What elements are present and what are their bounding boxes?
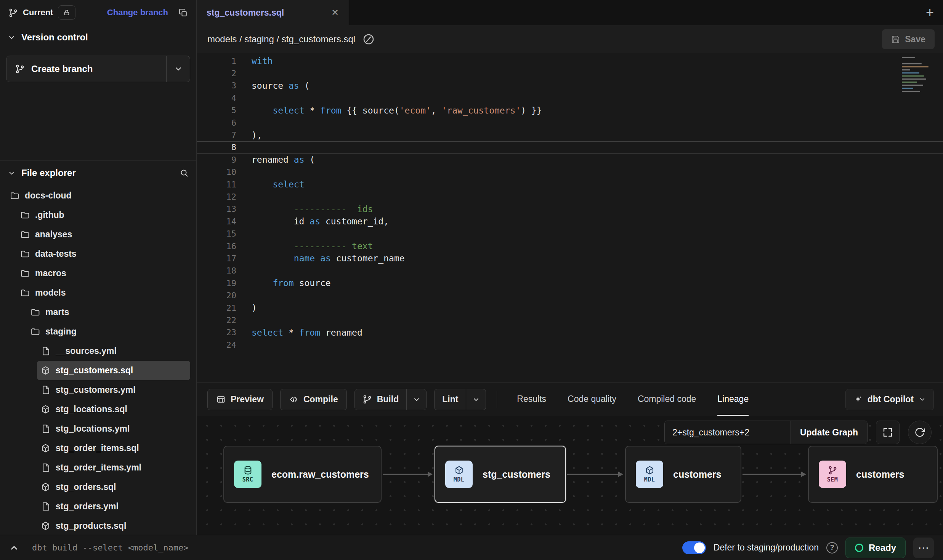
code-line[interactable]: 24 (197, 339, 943, 351)
build-dropdown[interactable] (406, 389, 426, 410)
code-line[interactable]: 9renamed as ( (197, 154, 943, 166)
branch-readonly-lock-icon (58, 5, 75, 20)
tree-item-stg-locations-sql[interactable]: stg_locations.sql (37, 400, 190, 419)
dbt-command-input[interactable] (32, 543, 322, 552)
panel-tab-results[interactable]: Results (517, 383, 546, 416)
code-line[interactable]: 10 (197, 166, 943, 178)
dbt-copilot-button[interactable]: dbt Copilot (845, 389, 934, 410)
tab-stg-customers-sql[interactable]: stg_customers.sql ✕ (197, 0, 349, 25)
line-number: 20 (197, 291, 236, 300)
lint-button[interactable]: Lint (435, 389, 466, 410)
fullscreen-button[interactable] (876, 421, 900, 444)
line-number: 12 (197, 192, 236, 202)
tree-item-data-tests[interactable]: data-tests (16, 244, 190, 264)
defer-toggle[interactable] (682, 541, 706, 554)
git-branch-icon (362, 395, 372, 404)
tree-item-marts[interactable]: marts (27, 302, 190, 322)
code-line[interactable]: 5 select * from {{ source('ecom', 'raw_c… (197, 104, 943, 117)
folder-icon (20, 269, 30, 278)
database-badge-icon: SRC (234, 461, 261, 488)
code-line[interactable]: 18 (197, 265, 943, 277)
file-label: stg_products.sql (56, 521, 126, 531)
tree-item-stg-orders-yml[interactable]: stg_orders.yml (37, 497, 190, 516)
code-line[interactable]: 6 (197, 117, 943, 129)
file-explorer-header[interactable]: File explorer (0, 161, 196, 185)
code-line[interactable]: 11 select (197, 178, 943, 190)
tree-item-stg-locations-yml[interactable]: stg_locations.yml (37, 419, 190, 438)
lineage-panel[interactable]: SRCecom.raw_customersMDLstg_customersMDL… (197, 416, 943, 535)
code-line[interactable]: 4 (197, 92, 943, 104)
refresh-button[interactable] (908, 421, 932, 444)
defer-label: Defer to staging/production (714, 542, 819, 553)
more-options-button[interactable]: ⋯ (913, 538, 934, 558)
update-graph-button[interactable]: Update Graph (791, 421, 867, 444)
lineage-node-stg-customers[interactable]: MDLstg_customers (435, 446, 566, 503)
code-line[interactable]: 16 ---------- text (197, 240, 943, 252)
panel-tab-lineage[interactable]: Lineage (717, 383, 749, 416)
code-line[interactable]: 13 ---------- ids (197, 203, 943, 215)
change-branch-link[interactable]: Change branch (107, 8, 168, 18)
ready-status-badge[interactable]: Ready (845, 538, 906, 558)
tree-item-docs-cloud[interactable]: docs-cloud (6, 186, 190, 205)
code-editor[interactable]: 1with23source as (45 select * from {{ so… (197, 53, 943, 382)
code-line[interactable]: 21) (197, 302, 943, 314)
tree-item--github[interactable]: .github (16, 205, 190, 225)
code-line[interactable]: 15 (197, 227, 943, 240)
code-line[interactable]: 14 id as customer_id, (197, 215, 943, 227)
tree-item-stg-order-items-yml[interactable]: stg_order_items.yml (37, 458, 190, 477)
lineage-node-ecom-raw-customers[interactable]: SRCecom.raw_customers (223, 446, 382, 503)
tree-item-models[interactable]: models (16, 283, 190, 302)
panel-tab-code-quality[interactable]: Code quality (568, 383, 616, 416)
tree-item--sources-yml[interactable]: __sources.yml (37, 341, 190, 361)
search-icon[interactable] (180, 168, 189, 178)
save-button[interactable]: Save (882, 29, 935, 49)
file-icon (41, 502, 50, 511)
tree-item-macros[interactable]: macros (16, 264, 190, 283)
tree-item-stg-order-items-sql[interactable]: stg_order_items.sql (37, 438, 190, 458)
lineage-node-customers[interactable]: MDLcustomers (625, 446, 741, 503)
code-line[interactable]: 3source as ( (197, 80, 943, 92)
tree-item-analyses[interactable]: analyses (16, 225, 190, 244)
new-tab-button[interactable]: + (926, 6, 934, 19)
toggle-knob (694, 542, 705, 553)
panel-tab-compiled-code[interactable]: Compiled code (638, 383, 696, 416)
lineage-selector-input[interactable] (665, 421, 791, 444)
chevron-up-icon[interactable] (9, 543, 19, 553)
code-line[interactable]: 17 name as customer_name (197, 252, 943, 264)
code-line[interactable]: 1with (197, 55, 943, 67)
cube-badge-icon: MDL (445, 461, 473, 488)
close-icon[interactable]: ✕ (331, 7, 339, 18)
compile-button[interactable]: Compile (280, 389, 347, 410)
code-line[interactable]: 22 (197, 314, 943, 326)
copy-icon[interactable] (178, 8, 188, 18)
code-line[interactable]: 23select * from renamed (197, 326, 943, 339)
minimap[interactable] (902, 57, 937, 92)
line-number: 8 (197, 142, 236, 152)
lint-dropdown[interactable] (466, 389, 486, 410)
help-icon[interactable]: ? (826, 542, 838, 554)
tree-item-stg-customers-sql[interactable]: stg_customers.sql (37, 361, 190, 380)
preview-button[interactable]: Preview (207, 389, 273, 410)
build-button[interactable]: Build (355, 389, 407, 410)
code-line[interactable]: 2 (197, 67, 943, 79)
create-branch-button[interactable]: Create branch (6, 56, 166, 82)
code-line[interactable]: 19 from source (197, 277, 943, 289)
current-branch-button[interactable]: Current (8, 8, 53, 18)
chevron-down-icon (8, 34, 16, 42)
code-text: select * from renamed (236, 328, 362, 338)
tree-item-stg-products-sql[interactable]: stg_products.sql (37, 516, 190, 535)
code-line[interactable]: 12 (197, 190, 943, 203)
lineage-node-customers[interactable]: SEMcustomers (808, 446, 938, 503)
branch-badge-icon: SEM (819, 461, 846, 488)
file-icon (41, 385, 50, 395)
file-icon (41, 346, 50, 356)
create-branch-dropdown[interactable] (166, 56, 190, 82)
tree-item-stg-customers-yml[interactable]: stg_customers.yml (37, 380, 190, 400)
tree-item-staging[interactable]: staging (27, 322, 190, 341)
version-control-header[interactable]: Version control (0, 25, 196, 50)
code-line[interactable]: 7), (197, 129, 943, 141)
lint-split-button: Lint (434, 389, 486, 410)
code-line[interactable]: 20 (197, 289, 943, 301)
code-line[interactable]: 8 (197, 141, 943, 154)
tree-item-stg-orders-sql[interactable]: stg_orders.sql (37, 477, 190, 497)
